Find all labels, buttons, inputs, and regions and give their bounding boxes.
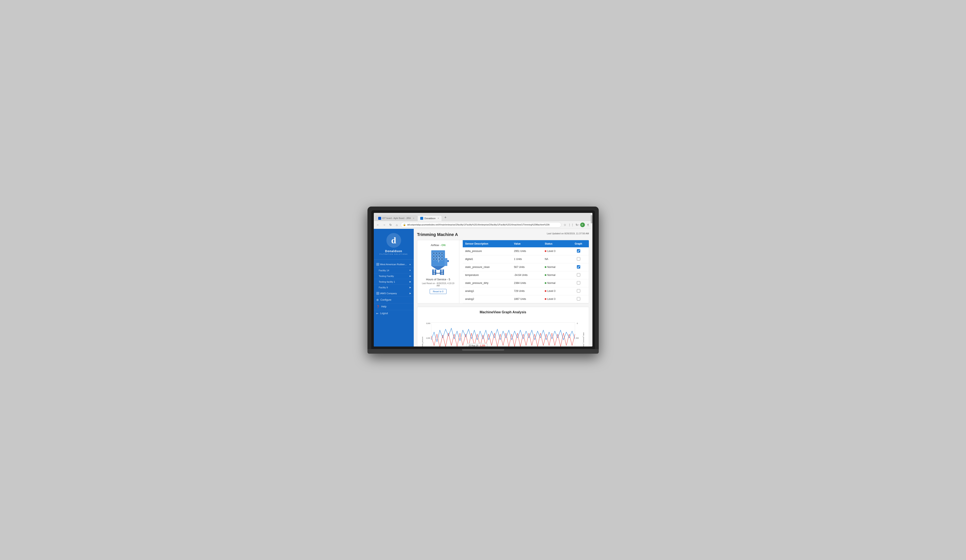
- page-header: Trimming Machine A Last Updated on 8/26/…: [417, 232, 589, 237]
- facility9-label: Facility 9: [379, 286, 388, 289]
- scrollbar-track[interactable]: [591, 229, 592, 347]
- tab-jira[interactable]: IOT board - Agile Board - JIRA ×: [375, 215, 417, 221]
- tab-donaldson-close[interactable]: ×: [438, 217, 439, 220]
- graph-cell-4: [568, 279, 589, 287]
- sensor-status-6: Level 3: [542, 295, 568, 303]
- building-icon-2: [376, 292, 379, 295]
- chevron-icon-3: ▶: [409, 280, 411, 283]
- question-icon: ❓: [376, 305, 380, 308]
- table-row: analog1729 UnitsLevel 3: [463, 287, 589, 295]
- top-section: Airflow - ON Donaldson: [417, 240, 589, 303]
- graph-cell-5: [568, 287, 589, 295]
- logo-circle: d: [386, 233, 401, 248]
- svg-point-11: [435, 258, 437, 260]
- extensions-button[interactable]: ⋮⋮: [568, 222, 573, 228]
- svg-rect-21: [445, 258, 447, 266]
- chevron-icon-2: ▶: [409, 275, 411, 277]
- graph-checkbox-0[interactable]: [577, 249, 580, 252]
- last-reset: Last Reset on - 8/26/2019, 4:19:19 AM: [421, 282, 456, 287]
- machine-panel: Airflow - ON Donaldson: [417, 240, 459, 303]
- svg-point-9: [441, 255, 443, 257]
- tooltip-date: 25 Aug 19:: [468, 344, 479, 346]
- sensor-name-0: delta_pressure: [463, 247, 511, 255]
- svg-point-7: [435, 255, 437, 257]
- building-icon: [376, 263, 379, 266]
- sidebar-group-west-american[interactable]: West American Rubber... ▲: [374, 261, 414, 267]
- sensor-status-0: Level 3: [542, 247, 568, 255]
- status-dot-4: [545, 282, 546, 284]
- iams-label: IAMS Company: [380, 292, 409, 295]
- col-status: Status: [542, 240, 568, 247]
- sidebar-help[interactable]: ❓ Help: [374, 303, 414, 310]
- sensor-name-2: static_pressure_clean: [463, 263, 511, 271]
- table-row: digital11 UnitsNA: [463, 255, 589, 263]
- maximize-button[interactable]: □: [582, 223, 585, 227]
- chevron-icon-4: ▶: [409, 286, 411, 288]
- facility14-label: Facility 14: [379, 269, 389, 272]
- address-url: iafcustportalqa.azurewebsites.net/#/main…: [407, 224, 550, 226]
- svg-point-5: [441, 252, 443, 254]
- graph-checkbox-1[interactable]: [577, 257, 580, 260]
- sensor-status-2: Normal: [542, 263, 568, 271]
- graph-checkbox-4[interactable]: [577, 281, 580, 285]
- svg-point-13: [441, 258, 443, 260]
- graph-checkbox-3[interactable]: [577, 273, 580, 277]
- graph-cell-2: [568, 263, 589, 271]
- laptop-notch: [462, 349, 504, 351]
- reset-button[interactable]: Reset to 0: [430, 289, 447, 294]
- machine-image: Donaldson: [426, 248, 451, 276]
- status-dot-0: [545, 250, 546, 252]
- sidebar-item-facility14[interactable]: Facility 14 ▼: [374, 267, 414, 273]
- minimize-button[interactable]: −: [577, 223, 581, 227]
- forward-button[interactable]: →: [382, 222, 387, 228]
- tooltip-value: -1,155: [479, 344, 485, 346]
- col-value: Value: [511, 240, 542, 247]
- jira-favicon: [378, 217, 381, 220]
- svg-marker-14: [431, 266, 445, 270]
- graph-cell-1: [568, 255, 589, 263]
- graph-checkbox-2[interactable]: [577, 265, 580, 269]
- graph-checkbox-5[interactable]: [577, 289, 580, 293]
- sidebar-configure[interactable]: ⚙ Configure: [374, 296, 414, 303]
- close-button[interactable]: ×: [586, 223, 590, 227]
- svg-rect-23: [431, 323, 575, 346]
- tab-jira-label: IOT board - Agile Board - JIRA: [383, 217, 411, 219]
- bookmark-button[interactable]: ☆: [563, 222, 568, 228]
- sidebar-item-facility9[interactable]: Facility 9 ▶: [374, 285, 414, 290]
- tab-donaldson[interactable]: Donaldson ×: [417, 215, 442, 221]
- home-button[interactable]: ⌂: [394, 222, 399, 228]
- sidebar: d Donaldson FILTRATION SOLUTIONS West Am…: [374, 229, 414, 347]
- graph-checkbox-6[interactable]: [577, 297, 580, 300]
- app-layout: d Donaldson FILTRATION SOLUTIONS West Am…: [374, 229, 592, 347]
- lock-icon: 🔒: [403, 223, 406, 226]
- testing-facility1-label: Testing facility 1: [379, 280, 395, 283]
- sensor-status-3: Normal: [542, 271, 568, 279]
- svg-rect-22: [447, 260, 449, 262]
- sidebar-group-iams[interactable]: IAMS Company ▶: [374, 290, 414, 296]
- sidebar-logout[interactable]: ⇤ Logout: [374, 310, 414, 317]
- sidebar-item-testing-facility[interactable]: Testing Facility ▶: [374, 273, 414, 279]
- refresh-button[interactable]: ↻: [388, 222, 393, 228]
- y-left-2000: 2,000: [426, 337, 430, 339]
- back-button[interactable]: ←: [375, 222, 381, 228]
- new-tab-button[interactable]: +: [442, 214, 449, 221]
- machine-svg: Donaldson: [426, 248, 451, 276]
- col-graph: Graph: [568, 240, 589, 247]
- y-left-3000: 3,000: [426, 323, 430, 324]
- svg-point-8: [438, 255, 440, 257]
- sidebar-item-testing-facility1[interactable]: Testing facility 1 ▶: [374, 279, 414, 285]
- sensor-table: Sensor Description Value Status Graph de…: [463, 240, 589, 303]
- graph-svg: 3,000 2,000 1,000 0 500 1,000 delta_pres…: [421, 317, 585, 347]
- donaldson-favicon: [420, 217, 423, 220]
- chevron-icon: ▲: [409, 263, 411, 265]
- sensor-value-5: 729 Units: [511, 287, 542, 295]
- laptop-shell: IOT board - Agile Board - JIRA × Donalds…: [368, 206, 599, 354]
- sensor-value-1: 1 Units: [511, 255, 542, 263]
- sidebar-logo: d Donaldson FILTRATION SOLUTIONS: [374, 229, 414, 260]
- tab-jira-close[interactable]: ×: [413, 217, 414, 220]
- chevron-down-icon: ▼: [409, 269, 411, 272]
- address-bar[interactable]: 🔒 iafcustportalqa.azurewebsites.net/#/ma…: [401, 222, 561, 228]
- west-american-label: West American Rubber...: [380, 263, 408, 265]
- page-title: Trimming Machine A: [417, 232, 458, 237]
- svg-point-12: [438, 258, 440, 260]
